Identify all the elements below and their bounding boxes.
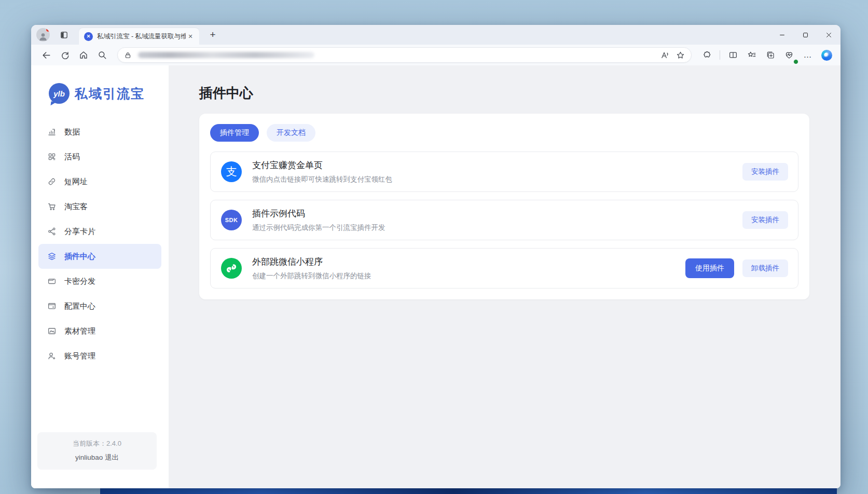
sidebar-item-share-card[interactable]: 分享卡片 [38,219,161,244]
tab-actions-icon [60,31,68,39]
uninstall-plugin-button[interactable]: 卸载插件 [742,259,788,277]
cart-icon [47,202,57,211]
plugin-text: 外部跳微信小程序 创建一个外部跳转到微信小程序的链接 [252,256,371,281]
sidebar-item-label: 活码 [64,152,80,162]
wechat-miniprogram-icon [221,258,242,279]
collections-button[interactable] [763,47,778,63]
close-button[interactable] [817,25,841,45]
extensions-button[interactable] [699,47,714,63]
plugin-row-wechat-miniprogram: 外部跳微信小程序 创建一个外部跳转到微信小程序的链接 使用插件 卸载插件 [210,248,798,289]
logo-text: 私域引流宝 [75,85,145,102]
read-aloud-button[interactable] [657,47,672,63]
sidebar-item-label: 短网址 [64,177,88,187]
desktop-wallpaper-band [100,488,837,494]
copilot-button[interactable] [819,47,834,63]
alipay-icon: 支 [221,161,242,182]
home-icon [79,50,88,60]
qr-code-icon [47,152,57,161]
link-icon [47,177,57,186]
refresh-button[interactable] [57,47,73,63]
read-aloud-icon [660,51,669,60]
sidebar-item-live-code[interactable]: 活码 [38,144,161,169]
add-favorite-button[interactable] [672,47,688,63]
split-screen-icon [728,50,738,60]
page-content: ylb 私域引流宝 数据 活码 短网址 淘宝客 分享卡片 插件中心 卡密分发 配… [31,65,841,488]
sidebar-item-label: 插件中心 [64,252,95,262]
minimize-button[interactable] [770,25,794,45]
more-icon: … [804,52,812,58]
page-title: 插件中心 [199,84,809,102]
site-favicon-icon: ✕ [84,32,93,41]
use-plugin-button[interactable]: 使用插件 [685,258,734,278]
plugin-title: 插件示例代码 [252,208,385,219]
plugin-row-sdk: SDK 插件示例代码 通过示例代码完成你第一个引流宝插件开发 安装插件 [210,200,798,240]
app-logo: ylb 私域引流宝 [49,83,169,104]
notification-dot [46,28,50,32]
new-tab-button[interactable]: + [205,28,220,42]
tab-actions-button[interactable] [57,28,71,42]
lock-icon[interactable] [124,51,132,59]
logo-bubble-icon: ylb [49,83,70,104]
maximize-button[interactable] [794,25,817,45]
browser-tab[interactable]: ✕ 私域引流宝 - 私域流量获取与维护 ✕ [79,28,199,45]
plugin-title: 支付宝赚赏金单页 [252,159,392,171]
favorites-bar-icon [747,50,756,60]
plugin-description: 微信内点击链接即可快速跳转到支付宝领红包 [252,175,392,184]
plugin-buttons: 安装插件 [742,163,788,181]
address-bar[interactable] [117,47,692,63]
essentials-check-badge [793,59,798,64]
layers-icon [47,252,57,261]
tab-dev-docs[interactable]: 开发文档 [267,124,315,142]
plugin-buttons: 安装插件 [742,211,788,229]
settings-more-button[interactable]: … [800,47,816,63]
sidebar-item-label: 数据 [64,127,80,137]
person-icon [38,31,48,42]
back-button[interactable] [38,47,54,63]
tab-title: 私域引流宝 - 私域流量获取与维护 [97,32,186,41]
profile-avatar[interactable] [36,28,50,42]
address-url-redacted [138,52,314,58]
browser-window: ✕ 私域引流宝 - 私域流量获取与维护 ✕ + [31,25,841,488]
chart-icon [47,127,57,136]
tab-close-icon[interactable]: ✕ [186,32,195,41]
maximize-icon [801,31,810,39]
favorites-button[interactable] [744,47,760,63]
plugin-buttons: 使用插件 卸载插件 [685,258,788,278]
back-icon [42,50,51,60]
install-plugin-button[interactable]: 安装插件 [742,211,788,229]
sidebar-item-card-key[interactable]: 卡密分发 [38,269,161,294]
sidebar-item-label: 卡密分发 [64,277,95,286]
sidebar-item-label: 素材管理 [64,326,95,336]
search-button[interactable] [94,47,110,63]
main-area: 插件中心 插件管理 开发文档 支 支付宝赚赏金单页 微信内点击链接即可快速跳转到… [169,65,841,488]
tab-plugin-management[interactable]: 插件管理 [210,124,259,142]
sidebar-item-label: 配置中心 [64,301,95,311]
split-screen-button[interactable] [725,47,741,63]
card-icon [47,277,57,286]
sidebar-item-label: 账号管理 [64,351,95,361]
install-plugin-button[interactable]: 安装插件 [742,163,788,181]
home-button[interactable] [76,47,91,63]
image-icon [47,326,57,336]
panel-tabs: 插件管理 开发文档 [210,124,798,142]
logout-link[interactable]: 退出 [105,454,119,461]
browser-essentials-button[interactable] [781,47,797,63]
favorite-star-icon [676,51,685,60]
window-controls [770,25,841,45]
sidebar-item-account[interactable]: 账号管理 [38,344,161,368]
sidebar: ylb 私域引流宝 数据 活码 短网址 淘宝客 分享卡片 插件中心 卡密分发 配… [31,65,169,488]
tab-strip: ✕ 私域引流宝 - 私域流量获取与维护 ✕ + [31,25,841,45]
sidebar-item-data[interactable]: 数据 [38,119,161,144]
extensions-icon [702,50,711,60]
sidebar-item-plugin-center[interactable]: 插件中心 [38,244,161,269]
account-name: yinliubao [75,454,103,461]
sidebar-item-short-url[interactable]: 短网址 [38,169,161,194]
sdk-icon: SDK [221,210,242,230]
sidebar-item-config-center[interactable]: 配置中心 [38,294,161,319]
sidebar-item-material[interactable]: 素材管理 [38,319,161,344]
refresh-icon [60,50,70,60]
account-line: yinliubao 退出 [40,453,154,462]
share-icon [47,227,57,236]
plugin-text: 插件示例代码 通过示例代码完成你第一个引流宝插件开发 [252,208,385,232]
sidebar-item-taobao[interactable]: 淘宝客 [38,194,161,219]
